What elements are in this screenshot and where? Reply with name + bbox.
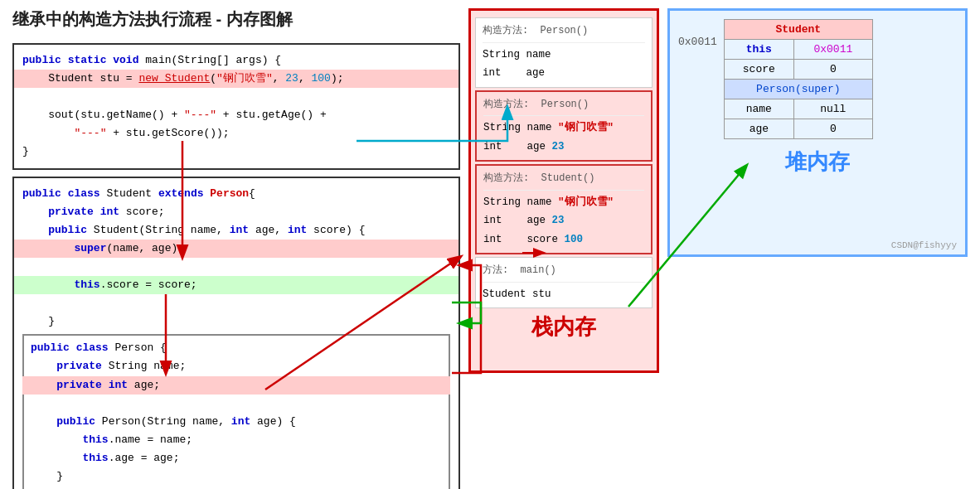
- keyword-void: void: [113, 54, 138, 66]
- heap-label: 堆内存: [678, 148, 957, 177]
- person-age-field: private int age;: [22, 376, 450, 395]
- this-cell-label: this: [724, 40, 793, 60]
- this-cell-value: 0x0011: [793, 40, 872, 60]
- name-cell-label: name: [724, 99, 793, 119]
- person-super-header: Person(super): [724, 80, 872, 99]
- heap-area: 0x0011 Student this 0x0011 score 0 Perso…: [667, 8, 968, 257]
- age-cell-value: 0: [793, 119, 872, 139]
- left-panel: 继承中的构造方法执行流程 - 内存图解 public static void m…: [12, 8, 460, 489]
- stack-main: 方法: main() Student stu: [475, 257, 653, 308]
- heap-table: Student this 0x0011 score 0 Person(super…: [724, 19, 873, 139]
- inner-person-class: public class Person { private String nam…: [22, 334, 450, 489]
- watermark: CSDN@fishyyy: [891, 240, 957, 250]
- heap-table-row: 0x0011 Student this 0x0011 score 0 Perso…: [678, 19, 957, 139]
- main-method-box: public static void main(String[] args) {…: [12, 43, 460, 170]
- keyword-public: public: [22, 54, 61, 66]
- page-title: 继承中的构造方法执行流程 - 内存图解: [12, 8, 460, 31]
- stack-label: 栈内存: [475, 312, 653, 341]
- stack-box-title-1: 构造方法: Person(): [483, 22, 645, 43]
- score-cell-label: score: [724, 60, 793, 80]
- score-cell-value: 0: [793, 60, 872, 80]
- stack-box-title-2: 构造方法: Person(): [483, 96, 644, 117]
- student-class-box: public class Student extends Person{ pri…: [12, 177, 460, 489]
- heap-address: 0x0011: [678, 19, 717, 48]
- new-student-line: Student stu = new Student("钢门吹雪", 23, 10…: [14, 70, 458, 88]
- stack-box-title-3: 构造方法: Student(): [483, 170, 644, 191]
- name-cell-value: null: [793, 99, 872, 119]
- heap-panel: 0x0011 Student this 0x0011 score 0 Perso…: [667, 8, 968, 489]
- stack-person-filled: 构造方法: Person() String name "钢门吹雪" int ag…: [475, 90, 653, 162]
- class-name-header: Student: [724, 20, 872, 40]
- stack-panel: 构造方法: Person() String name int age 构造方法:…: [468, 8, 659, 489]
- stack-box-title-4: 方法: main(): [483, 262, 645, 283]
- this-score-line: this.score = score;: [14, 276, 458, 294]
- stack-person-empty: 构造方法: Person() String name int age: [475, 17, 653, 88]
- keyword-static: static: [68, 54, 107, 66]
- super-call-line: super(name, age);: [14, 240, 458, 258]
- age-cell-label: age: [724, 119, 793, 139]
- stack-area: 构造方法: Person() String name int age 构造方法:…: [468, 8, 659, 373]
- stack-student-filled: 构造方法: Student() String name "钢门吹雪" int a…: [475, 164, 653, 254]
